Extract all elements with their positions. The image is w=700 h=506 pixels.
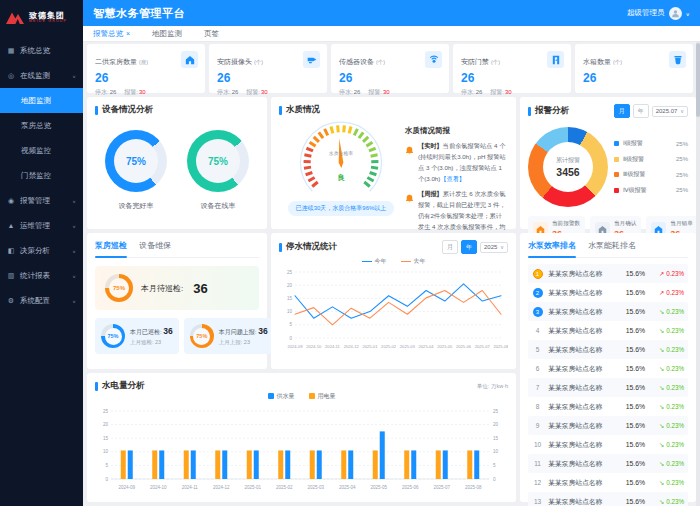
- sidebar-item[interactable]: ◧决策分析∨: [0, 238, 83, 263]
- station-name: 某某泵房站点名称: [548, 345, 614, 355]
- title-accent: [279, 243, 282, 252]
- scrollbar-thumb[interactable]: [696, 43, 700, 117]
- trend-down-icon: ↘ 0.23%: [650, 498, 684, 505]
- svg-text:2025-07: 2025-07: [433, 485, 450, 490]
- donut-ring: 75%: [187, 130, 249, 192]
- device-donuts: 75%设备完好率75%设备在线率: [95, 130, 259, 211]
- alarm-toggle-month[interactable]: 月: [614, 104, 630, 118]
- user-menu[interactable]: 超级管理员 ∨: [627, 7, 690, 20]
- rank-badge: 13: [532, 498, 543, 505]
- alarm-toggle-year[interactable]: 年: [633, 104, 649, 118]
- ranking-row[interactable]: 4某某泵房站点名称15.6%↘ 0.23%: [528, 321, 688, 340]
- panel-title: 水质情况: [286, 104, 320, 116]
- stat-card-value: 26: [95, 71, 197, 85]
- view-link[interactable]: 【查看】: [440, 175, 465, 182]
- svg-text:2025-05: 2025-05: [437, 344, 453, 349]
- legend-item: Ⅲ级报警25%: [614, 170, 688, 179]
- ranking-row[interactable]: 3某某泵房站点名称15.6%↘ 0.23%: [528, 302, 688, 321]
- ranking-row[interactable]: 11某某泵房站点名称15.6%↘ 0.23%: [528, 454, 688, 473]
- sidebar-item[interactable]: ▦系统总览: [0, 38, 83, 63]
- inspection-sub-label: 本月问题上报: 36: [219, 326, 268, 337]
- svg-text:10: 10: [103, 449, 109, 454]
- alarm-period-select[interactable]: 2025.07∨: [652, 106, 688, 117]
- pending-value: 36: [193, 281, 207, 296]
- station-name: 某某泵房站点名称: [548, 269, 614, 279]
- outage-toggle-month[interactable]: 月: [442, 240, 458, 254]
- inspection-sub-label: 本月已巡检: 36: [130, 326, 173, 337]
- ranking-row[interactable]: 6某某泵房站点名称15.6%↘ 0.23%: [528, 359, 688, 378]
- sidebar-item[interactable]: ▲运维管理∨: [0, 213, 83, 238]
- outage-period-select[interactable]: 2025∨: [480, 242, 508, 253]
- sidebar-item-label: 决策分析: [20, 246, 50, 256]
- tab-energy-ranking[interactable]: 水泵能耗排名: [588, 240, 636, 253]
- tab-efficiency-ranking[interactable]: 水泵效率排名: [528, 240, 576, 253]
- stat-card: 安防摄像头(个)26停水:26报警:30: [209, 44, 327, 93]
- rank-badge: 8: [532, 403, 543, 410]
- rank-badge: 9: [532, 422, 543, 429]
- outage-toggle-year[interactable]: 年: [461, 240, 477, 254]
- station-name: 某某泵房站点名称: [548, 307, 614, 317]
- svg-text:5: 5: [289, 322, 292, 327]
- progress-ring-value: 75%: [193, 328, 210, 345]
- donut-ring: 75%: [105, 130, 167, 192]
- legend-item: 供水量: [268, 392, 295, 401]
- scrollbar[interactable]: [696, 41, 700, 506]
- stat-pair: 报警:30: [368, 88, 389, 97]
- pump-ranking-panel: 水泵效率排名 水泵能耗排名 1某某泵房站点名称15.6%↗ 0.23%2某某泵房…: [520, 233, 696, 502]
- legend-label: Ⅲ级报警: [623, 170, 645, 179]
- view-tab[interactable]: 地图监测: [152, 29, 182, 39]
- pending-inspection-card: 75% 本月待巡检: 36: [95, 266, 259, 310]
- sidebar-subitem[interactable]: 泵房总览: [0, 113, 83, 138]
- stat-pair: 停水:26: [217, 88, 238, 97]
- chevron-down-icon: ∨: [500, 244, 504, 250]
- bar-chart-legend: 供水量用电量: [95, 392, 508, 401]
- sidebar-item[interactable]: ⚙系统配置∨: [0, 288, 83, 313]
- legend-dot: [614, 188, 619, 193]
- alarm-mini-label: 当月确认: [614, 220, 636, 228]
- ranking-row[interactable]: 9某某泵房站点名称15.6%↘ 0.23%: [528, 416, 688, 435]
- sidebar-subitem[interactable]: 地图监测: [0, 88, 83, 113]
- efficiency-value: 15.6%: [619, 365, 645, 372]
- tab-device-maintenance[interactable]: 设备维保: [139, 240, 171, 253]
- ranking-row[interactable]: 12某某泵房站点名称15.6%↘ 0.23%: [528, 473, 688, 492]
- stat-card-title: 二供泵房数量: [95, 58, 137, 65]
- sidebar-subitem[interactable]: 视频监控: [0, 138, 83, 163]
- svg-text:2025-01: 2025-01: [244, 485, 261, 490]
- efficiency-value: 15.6%: [619, 270, 645, 277]
- ranking-row[interactable]: 8某某泵房站点名称15.6%↘ 0.23%: [528, 397, 688, 416]
- ranking-row[interactable]: 13某某泵房站点名称15.6%↘ 0.23%: [528, 492, 688, 506]
- legend-value: 25%: [676, 156, 688, 162]
- sidebar-item[interactable]: ▥统计报表∨: [0, 263, 83, 288]
- inspection-sub-value: 36: [258, 326, 267, 336]
- station-name: 某某泵房站点名称: [548, 497, 614, 506]
- tab-pump-inspection[interactable]: 泵房巡检: [95, 240, 127, 253]
- monitor-icon: ◎: [7, 72, 15, 80]
- inspection-sub-card: 75%本月已巡检: 36上月巡检: 23: [95, 318, 179, 354]
- svg-text:良: 良: [337, 173, 345, 182]
- sidebar-subitem[interactable]: 门禁监控: [0, 163, 83, 188]
- inspection-sub-text: 本月问题上报: 36上月上报: 23: [219, 326, 268, 346]
- legend-line-marker: [362, 261, 372, 263]
- ranking-row[interactable]: 7某某泵房站点名称15.6%↘ 0.23%: [528, 378, 688, 397]
- brief-tag: 【周报】: [418, 190, 443, 197]
- chevron-icon: ∨: [72, 198, 76, 203]
- pending-label: 本月待巡检:: [141, 283, 183, 294]
- sidebar-item[interactable]: ◎在线监测∨: [0, 63, 83, 88]
- close-icon[interactable]: ×: [126, 30, 130, 37]
- stat-card-value: 26: [339, 71, 441, 85]
- ranking-row[interactable]: 2某某泵房站点名称15.6%↗ 0.23%: [528, 283, 688, 302]
- ranking-row[interactable]: 5某某泵房站点名称15.6%↘ 0.23%: [528, 340, 688, 359]
- rank-badge: 2: [532, 288, 543, 298]
- settings-icon: ⚙: [7, 297, 15, 305]
- view-tab[interactable]: 报警总览×: [93, 29, 130, 39]
- chevron-icon: ∨: [72, 223, 76, 228]
- inspection-sub-card: 75%本月问题上报: 36上月上报: 23: [184, 318, 274, 354]
- view-tab[interactable]: 页签: [204, 29, 219, 39]
- panel-title: 停水情况统计: [286, 241, 337, 253]
- sidebar-item[interactable]: ◉报警管理∨: [0, 188, 83, 213]
- ranking-row[interactable]: 1某某泵房站点名称15.6%↗ 0.23%: [528, 264, 688, 283]
- avatar[interactable]: [669, 7, 682, 20]
- legend-label: Ⅱ级报警: [623, 155, 644, 164]
- svg-text:2025-02: 2025-02: [381, 344, 397, 349]
- ranking-row[interactable]: 10某某泵房站点名称15.6%↘ 0.23%: [528, 435, 688, 454]
